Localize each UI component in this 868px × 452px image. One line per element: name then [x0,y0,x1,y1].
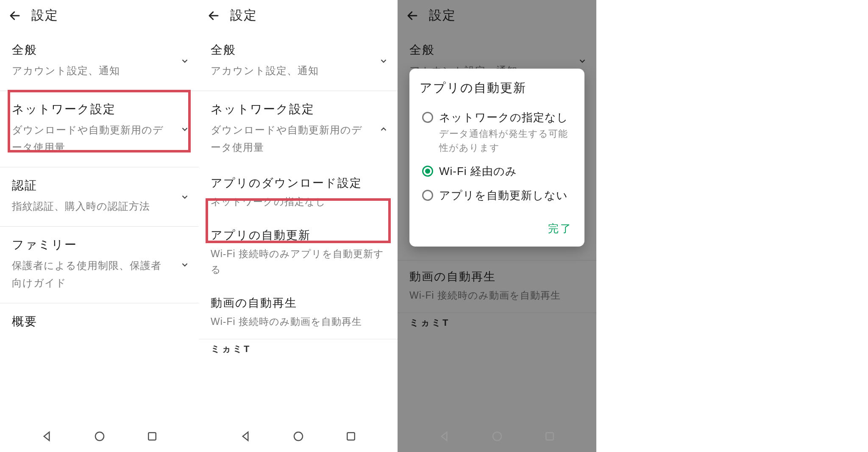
pref-subtitle: ネットワークの指定なし [211,194,386,210]
auto-update-dialog: アプリの自動更新 ネットワークの指定なし データ通信料が発生する可能性があります… [409,69,584,247]
svg-rect-3 [348,433,355,440]
pref-app-download[interactable]: アプリのダウンロード設定 ネットワークの指定なし [199,167,398,219]
section-title: ネットワーク設定 [211,101,386,117]
android-nav-bar [199,421,398,452]
android-nav-bar [0,421,199,452]
pref-subtitle: Wi-Fi 接続時のみ動画を自動再生 [211,314,386,330]
panel1-content: 設定 全般 アカウント設定、通知 ネットワーク設定 ダウンロードや自動更新用のデ… [0,0,199,452]
dialog-actions: 完了 [420,217,576,240]
pref-subtitle: Wi-Fi 接続時のみ動画を自動再生 [409,288,584,303]
chevron-down-icon [379,56,388,66]
back-arrow-icon[interactable] [406,9,419,22]
nav-home-circle-icon[interactable] [491,430,504,443]
nav-home-circle-icon[interactable] [93,430,106,443]
section-title: 全般 [12,42,187,58]
back-arrow-icon[interactable] [8,9,21,22]
radio-label: Wi-Fi 経由のみ [439,164,517,179]
svg-point-4 [493,432,501,441]
chevron-down-icon [180,192,189,202]
chevron-down-icon [578,56,587,66]
settings-panel-1: 設定 全般 アカウント設定、通知 ネットワーク設定 ダウンロードや自動更新用のデ… [0,0,199,452]
settings-panel-3: 設定 全般 アカウント設定、通知 動画の自動再生 Wi-Fi 接続時のみ動画を自… [398,0,596,452]
nav-recent-square-icon[interactable] [543,430,556,443]
cutoff-text: ミヵミT [398,313,596,330]
section-auth[interactable]: 認証 指紋認証、購入時の認証方法 [0,167,199,227]
nav-back-triangle-icon[interactable] [438,430,451,443]
panel2-content: 設定 全般 アカウント設定、通知 ネットワーク設定 ダウンロードや自動更新用のデ… [199,0,398,452]
section-about[interactable]: 概要 [0,303,199,345]
android-nav-bar [398,421,596,452]
pref-subtitle: Wi-Fi 接続時のみアプリを自動更新する [211,246,386,277]
section-network[interactable]: ネットワーク設定 ダウンロードや自動更新用のデータ使用量 [0,91,199,168]
section-subtitle: 保護者による使用制限、保護者向けガイド [12,257,169,292]
section-subtitle: アカウント設定、通知 [211,62,367,80]
section-subtitle: アカウント設定、通知 [12,62,169,80]
section-family[interactable]: ファミリー 保護者による使用制限、保護者向けガイド [0,227,199,303]
radio-option-any-network[interactable]: ネットワークの指定なし データ通信料が発生する可能性があります [421,106,576,160]
chevron-down-icon [180,260,189,269]
nav-back-triangle-icon[interactable] [239,430,252,443]
whitespace [596,0,868,452]
page-title: 設定 [230,7,257,24]
svg-point-0 [95,432,104,441]
pref-title: 動画の自動再生 [409,269,584,284]
pref-video-autoplay[interactable]: 動画の自動再生 Wi-Fi 接続時のみ動画を自動再生 [398,260,596,313]
radio-option-wifi-only[interactable]: Wi-Fi 経由のみ [421,160,576,184]
cutoff-text: ミヵミT [199,339,398,356]
app-bar: 設定 [0,0,199,32]
section-title: ネットワーク設定 [12,101,187,117]
settings-panel-2: 設定 全般 アカウント設定、通知 ネットワーク設定 ダウンロードや自動更新用のデ… [199,0,398,452]
nav-back-triangle-icon[interactable] [40,430,53,443]
radio-label: ネットワークの指定なし [439,110,575,125]
chevron-up-icon [379,125,388,134]
back-arrow-icon[interactable] [207,9,220,22]
chevron-down-icon [180,56,189,66]
section-title: 全般 [211,42,386,58]
page-title: 設定 [31,7,58,24]
section-general[interactable]: 全般 アカウント設定、通知 [199,32,398,91]
section-subtitle: ダウンロードや自動更新用のデータ使用量 [12,122,169,156]
radio-option-no-auto-update[interactable]: アプリを自動更新しない [421,184,576,208]
nav-recent-square-icon[interactable] [345,430,357,443]
section-title: ファミリー [12,237,187,253]
pref-title: 動画の自動再生 [211,295,386,311]
pref-title: アプリのダウンロード設定 [211,175,386,191]
done-button[interactable]: 完了 [545,217,576,240]
section-network-expanded[interactable]: ネットワーク設定 ダウンロードや自動更新用のデータ使用量 [199,91,398,167]
pref-title: アプリの自動更新 [211,227,386,243]
radio-label: アプリを自動更新しない [439,188,568,203]
section-general[interactable]: 全般 アカウント設定、通知 [0,32,199,91]
section-subtitle: ダウンロードや自動更新用のデータ使用量 [211,122,367,156]
pref-video-autoplay[interactable]: 動画の自動再生 Wi-Fi 接続時のみ動画を自動再生 [199,287,398,339]
nav-recent-square-icon[interactable] [146,430,159,443]
dialog-title: アプリの自動更新 [420,80,576,97]
svg-rect-5 [546,433,554,440]
radio-icon [422,166,433,177]
section-title: 概要 [12,313,187,330]
app-bar: 設定 [199,0,398,32]
section-title: 全般 [409,42,584,58]
svg-rect-1 [149,433,156,440]
svg-point-2 [294,432,303,441]
pref-auto-update[interactable]: アプリの自動更新 Wi-Fi 接続時のみアプリを自動更新する [199,219,398,287]
section-title: 認証 [12,177,187,194]
app-bar: 設定 [398,0,596,32]
section-subtitle: 指紋認証、購入時の認証方法 [12,198,169,215]
radio-note: データ通信料が発生する可能性があります [439,127,575,155]
radio-icon [422,112,433,123]
page-title: 設定 [429,7,456,24]
nav-home-circle-icon[interactable] [292,430,305,443]
radio-icon [422,190,433,201]
chevron-down-icon [180,125,189,134]
